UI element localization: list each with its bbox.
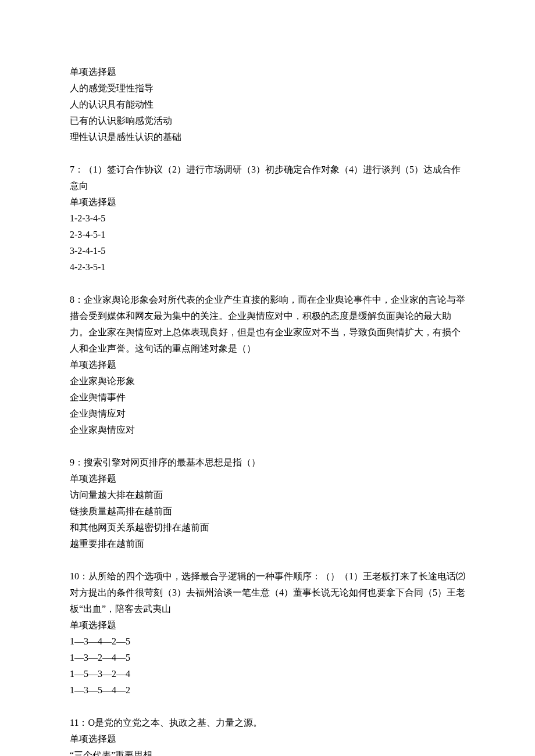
option: “三个代表”重要思想 [70, 747, 465, 756]
question-8: 8：企业家舆论形象会对所代表的企业产生直接的影响，而在企业舆论事件中，企业家的言… [70, 292, 465, 438]
document-page: 单项选择题 人的感觉受理性指导 人的认识具有能动性 已有的认识影响感觉活动 理性… [0, 0, 535, 756]
question-10: 10：从所给的四个选项中，选择最合乎逻辑的一种事件顺序：（）（1）王老板打来了长… [70, 568, 465, 698]
option: 人的认识具有能动性 [70, 96, 465, 113]
question-stem: 7：（1）签订合作协议（2）进行市场调研（3）初步确定合作对象（4）进行谈判（5… [70, 162, 465, 194]
question-6-partial: 单项选择题 人的感觉受理性指导 人的认识具有能动性 已有的认识影响感觉活动 理性… [70, 64, 465, 145]
question-type: 单项选择题 [70, 357, 465, 373]
option: 人的感觉受理性指导 [70, 80, 465, 96]
option: 理性认识是感性认识的基础 [70, 129, 465, 145]
option: 1—3—2—4—5 [70, 650, 465, 666]
option: 访问量越大排在越前面 [70, 487, 465, 503]
question-type: 单项选择题 [70, 617, 465, 633]
option: 4-2-3-5-1 [70, 259, 465, 275]
option: 链接质量越高排在越前面 [70, 503, 465, 519]
question-stem: 11：O是党的立党之本、执政之基、力量之源。 [70, 715, 465, 731]
option: 企业舆情应对 [70, 406, 465, 422]
question-type: 单项选择题 [70, 731, 465, 747]
option: 1—3—5—4—2 [70, 682, 465, 698]
question-stem: 8：企业家舆论形象会对所代表的企业产生直接的影响，而在企业舆论事件中，企业家的言… [70, 292, 465, 357]
question-type: 单项选择题 [70, 64, 465, 80]
question-7: 7：（1）签订合作协议（2）进行市场调研（3）初步确定合作对象（4）进行谈判（5… [70, 162, 465, 275]
option: 1-2-3-4-5 [70, 210, 465, 227]
option: 1—5—3—2—4 [70, 666, 465, 682]
option: 已有的认识影响感觉活动 [70, 113, 465, 129]
option: 2-3-4-5-1 [70, 227, 465, 243]
option: 越重要排在越前面 [70, 536, 465, 552]
option: 3-2-4-1-5 [70, 243, 465, 259]
question-9: 9：搜索引擎对网页排序的最基本思想是指（） 单项选择题 访问量越大排在越前面 链… [70, 454, 465, 552]
option: 企业舆情事件 [70, 389, 465, 406]
option: 企业家舆论形象 [70, 373, 465, 389]
option: 企业家舆情应对 [70, 422, 465, 438]
question-11: 11：O是党的立党之本、执政之基、力量之源。 单项选择题 “三个代表”重要思想 … [70, 715, 465, 756]
question-stem: 10：从所给的四个选项中，选择最合乎逻辑的一种事件顺序：（）（1）王老板打来了长… [70, 568, 465, 617]
question-type: 单项选择题 [70, 471, 465, 487]
option: 和其他网页关系越密切排在越前面 [70, 519, 465, 536]
option: 1—3—4—2—5 [70, 633, 465, 650]
question-stem: 9：搜索引擎对网页排序的最基本思想是指（） [70, 454, 465, 471]
question-type: 单项选择题 [70, 194, 465, 210]
